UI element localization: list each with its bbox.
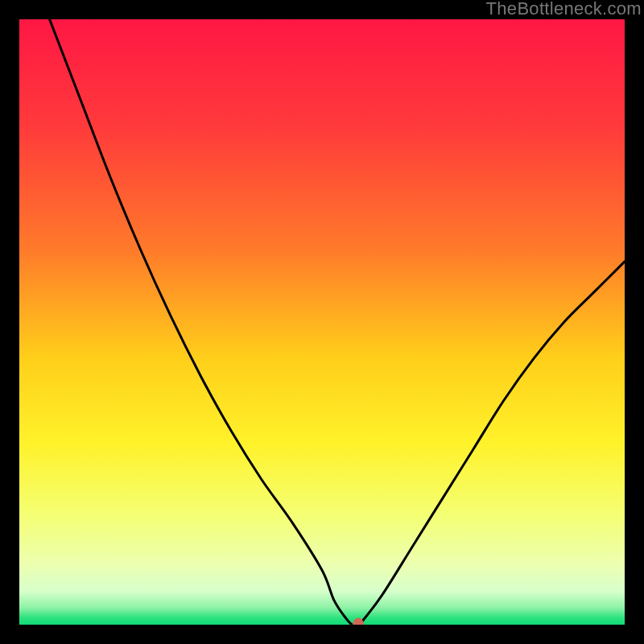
chart-background-gradient: [19, 19, 625, 625]
outer-frame: TheBottleneck.com: [0, 0, 644, 644]
chart-svg: [19, 19, 625, 625]
chart-plot-area: [19, 19, 625, 625]
watermark-text: TheBottleneck.com: [486, 0, 642, 19]
